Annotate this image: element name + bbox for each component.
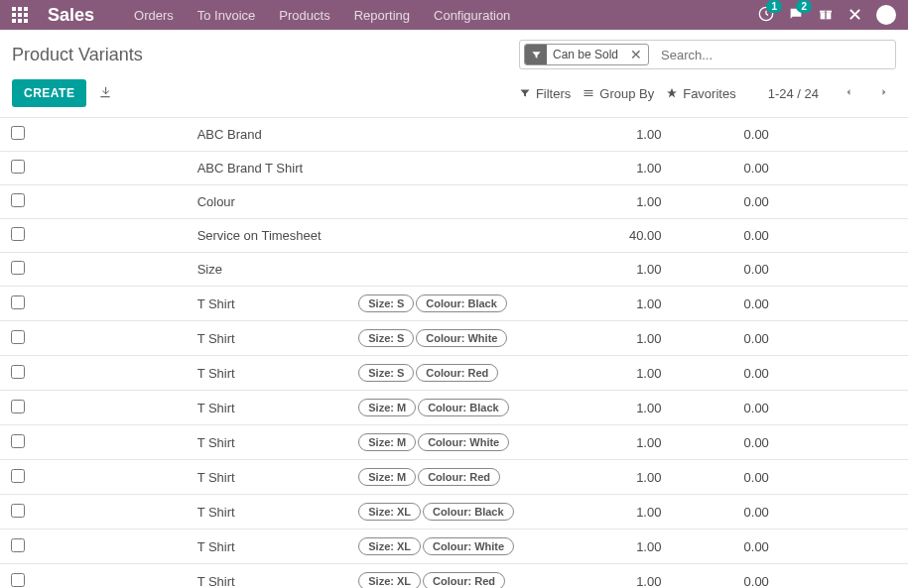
product-attributes: Size: MColour: White	[348, 425, 564, 460]
search-box[interactable]: Can be Sold ✕	[519, 40, 896, 69]
table-row[interactable]: Colour1.000.00	[0, 185, 908, 219]
nav-to-invoice[interactable]: To Invoice	[197, 8, 256, 23]
col1-value: 1.00	[564, 185, 671, 219]
table-row[interactable]: Size1.000.00	[0, 253, 908, 287]
table-row[interactable]: T ShirtSize: SColour: Black1.000.00	[0, 287, 908, 321]
col2-value: 0.00	[671, 185, 778, 219]
table-row[interactable]: ABC Brand1.000.00	[0, 118, 908, 152]
pager-next[interactable]	[872, 82, 896, 105]
product-attributes	[348, 118, 564, 152]
create-button[interactable]: CREATE	[12, 79, 86, 107]
row-checkbox[interactable]	[11, 126, 25, 140]
row-checkbox[interactable]	[11, 400, 25, 413]
row-checkbox[interactable]	[11, 538, 25, 552]
row-checkbox[interactable]	[11, 434, 25, 448]
table-row[interactable]: T ShirtSize: MColour: Black1.000.00	[0, 391, 908, 425]
table-row[interactable]: T ShirtSize: XLColour: White1.000.00	[0, 529, 908, 564]
col2-value: 0.00	[671, 287, 778, 321]
row-checkbox[interactable]	[11, 573, 25, 587]
groupby-button[interactable]: Group By	[583, 86, 654, 101]
col3-value	[779, 495, 908, 529]
table-row[interactable]: T ShirtSize: XLColour: Red1.000.00	[0, 564, 908, 589]
col2-value: 0.00	[671, 219, 778, 253]
attribute-tag: Size: S	[358, 294, 414, 312]
col3-value	[779, 185, 908, 219]
chat-icon[interactable]: 2	[788, 6, 804, 25]
product-name: T Shirt	[188, 564, 349, 589]
col2-value: 0.00	[671, 152, 778, 185]
avatar[interactable]	[876, 5, 896, 25]
row-checkbox[interactable]	[11, 330, 25, 344]
col2-value: 0.00	[671, 391, 778, 425]
product-name: T Shirt	[188, 391, 349, 425]
topbar: Sales Orders To Invoice Products Reporti…	[0, 0, 908, 30]
col3-value	[779, 564, 908, 589]
svg-rect-3	[825, 10, 826, 19]
col3-value	[779, 253, 908, 287]
row-checkbox[interactable]	[11, 469, 25, 483]
filters-label: Filters	[536, 86, 571, 101]
col1-value: 40.00	[564, 219, 671, 253]
product-name: Colour	[188, 185, 349, 219]
product-attributes: Size: XLColour: Red	[348, 564, 564, 589]
row-checkbox[interactable]	[11, 227, 25, 241]
row-checkbox[interactable]	[11, 193, 25, 207]
table-row[interactable]: T ShirtSize: XLColour: Black1.000.00	[0, 495, 908, 529]
attribute-tag: Size: S	[358, 329, 414, 347]
row-checkbox[interactable]	[11, 160, 25, 174]
nav-reporting[interactable]: Reporting	[354, 8, 410, 23]
facet-remove[interactable]: ✕	[624, 47, 648, 62]
col2-value: 0.00	[671, 253, 778, 287]
download-icon[interactable]	[98, 85, 112, 102]
product-name: T Shirt	[188, 356, 349, 391]
search-facet: Can be Sold ✕	[524, 44, 649, 65]
attribute-tag: Colour: White	[416, 329, 507, 347]
table-row[interactable]: ABC Brand T Shirt1.000.00	[0, 152, 908, 185]
row-checkbox[interactable]	[11, 261, 25, 275]
pager[interactable]: 1-24 / 24	[768, 86, 819, 101]
attribute-tag: Colour: Black	[423, 503, 514, 521]
table-row[interactable]: T ShirtSize: MColour: Red1.000.00	[0, 460, 908, 495]
favorites-label: Favorites	[683, 86, 735, 101]
activity-badge: 1	[766, 0, 782, 13]
col3-value	[779, 287, 908, 321]
table-row[interactable]: T ShirtSize: SColour: Red1.000.00	[0, 356, 908, 391]
product-attributes	[348, 185, 564, 219]
pager-prev[interactable]	[837, 82, 860, 105]
table-row[interactable]: T ShirtSize: MColour: White1.000.00	[0, 425, 908, 460]
nav-products[interactable]: Products	[279, 8, 329, 23]
activity-icon[interactable]: 1	[758, 6, 774, 25]
col1-value: 1.00	[564, 425, 671, 460]
col2-value: 0.00	[671, 529, 778, 564]
table-row[interactable]: Service on Timesheet40.000.00	[0, 219, 908, 253]
table-row[interactable]: T ShirtSize: SColour: White1.000.00	[0, 321, 908, 356]
close-icon[interactable]: ✕	[847, 4, 862, 26]
attribute-tag: Size: M	[358, 433, 416, 451]
col1-value: 1.00	[564, 287, 671, 321]
product-attributes: Size: SColour: Black	[348, 287, 564, 321]
attribute-tag: Size: M	[358, 468, 416, 486]
attribute-tag: Size: XL	[358, 572, 421, 588]
gift-icon[interactable]	[818, 6, 834, 25]
nav-configuration[interactable]: Configuration	[434, 8, 510, 23]
favorites-button[interactable]: Favorites	[666, 86, 735, 101]
row-checkbox[interactable]	[11, 365, 25, 379]
product-attributes: Size: SColour: Red	[348, 356, 564, 391]
col3-value	[779, 460, 908, 495]
attribute-tag: Colour: Red	[423, 572, 505, 588]
attribute-tag: Colour: Black	[418, 399, 509, 416]
row-checkbox[interactable]	[11, 295, 25, 309]
filters-button[interactable]: Filters	[519, 86, 571, 101]
col2-value: 0.00	[671, 495, 778, 529]
col3-value	[779, 425, 908, 460]
search-input[interactable]	[653, 44, 895, 66]
col2-value: 0.00	[671, 564, 778, 589]
apps-icon[interactable]	[12, 7, 28, 23]
action-bar: CREATE Filters Group By Favorites 1-24 /…	[0, 73, 908, 118]
brand-label: Sales	[48, 5, 94, 26]
col1-value: 1.00	[564, 460, 671, 495]
col1-value: 1.00	[564, 391, 671, 425]
col3-value	[779, 321, 908, 356]
row-checkbox[interactable]	[11, 504, 25, 518]
nav-orders[interactable]: Orders	[134, 8, 174, 23]
